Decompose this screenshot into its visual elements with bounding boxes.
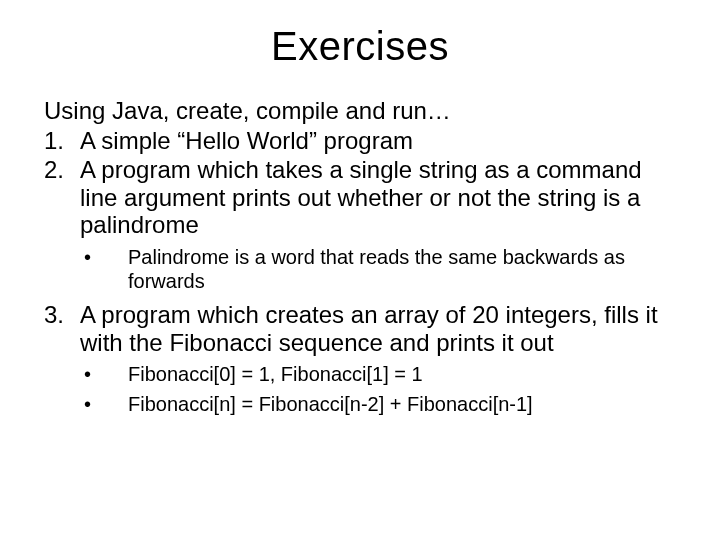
list-number: 3. (44, 301, 80, 356)
bullet-icon: • (44, 392, 128, 416)
sub-text: Palindrome is a word that reads the same… (128, 245, 676, 293)
list-text: A simple “Hello World” program (80, 127, 676, 155)
sub-item: • Palindrome is a word that reads the sa… (44, 245, 676, 293)
intro-text: Using Java, create, compile and run… (44, 97, 676, 125)
sub-text: Fibonacci[0] = 1, Fibonacci[1] = 1 (128, 362, 676, 386)
list-item: 3. A program which creates an array of 2… (44, 301, 676, 356)
sub-text: Fibonacci[n] = Fibonacci[n-2] + Fibonacc… (128, 392, 676, 416)
list-item: 2. A program which takes a single string… (44, 156, 676, 239)
list-number: 1. (44, 127, 80, 155)
list-item: 1. A simple “Hello World” program (44, 127, 676, 155)
sub-item: • Fibonacci[0] = 1, Fibonacci[1] = 1 (44, 362, 676, 386)
list-text: A program which creates an array of 20 i… (80, 301, 676, 356)
slide-title: Exercises (44, 24, 676, 69)
sub-item: • Fibonacci[n] = Fibonacci[n-2] + Fibona… (44, 392, 676, 416)
list-text: A program which takes a single string as… (80, 156, 676, 239)
bullet-icon: • (44, 362, 128, 386)
list-number: 2. (44, 156, 80, 239)
bullet-icon: • (44, 245, 128, 293)
slide: Exercises Using Java, create, compile an… (0, 0, 720, 540)
